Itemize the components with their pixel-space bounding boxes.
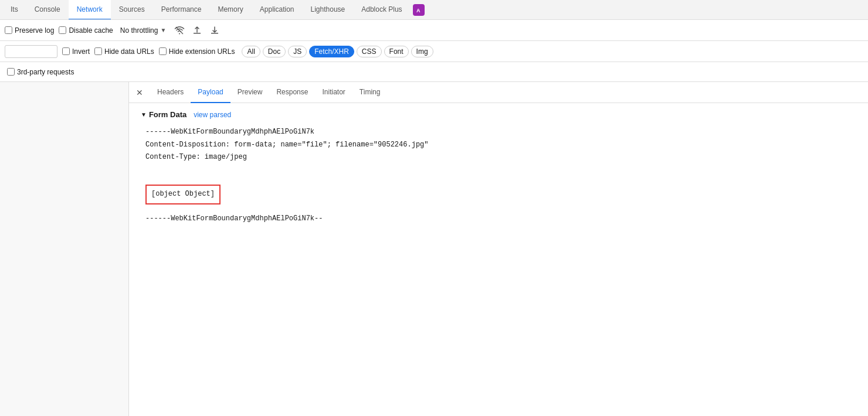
invert-checkbox[interactable]: Invert: [62, 47, 90, 56]
view-parsed-link[interactable]: view parsed: [194, 111, 231, 119]
tab-application[interactable]: Application: [252, 0, 303, 20]
requests-panel: [0, 82, 129, 416]
network-conditions-icon[interactable]: [173, 24, 186, 37]
svg-line-2: [176, 27, 183, 34]
filter-css[interactable]: CSS: [357, 46, 382, 57]
tab-payload[interactable]: Payload: [191, 82, 230, 103]
content-type-line: Content-Type: image/jpeg: [145, 151, 856, 164]
throttle-dropdown-arrow: ▼: [160, 27, 166, 33]
close-detail-button[interactable]: ✕: [131, 84, 148, 101]
tab-response[interactable]: Response: [269, 82, 315, 103]
tab-initiator[interactable]: Initiator: [315, 82, 352, 103]
export-har-icon[interactable]: [208, 24, 221, 37]
filter-js[interactable]: JS: [288, 46, 307, 57]
toolbar-row-2: Invert Hide data URLs Hide extension URL…: [0, 41, 868, 62]
object-object-value: [object Object]: [145, 185, 221, 204]
detail-tab-bar: ✕ Headers Payload Preview Response Initi…: [129, 82, 868, 103]
tab-lighthouse[interactable]: Lighthouse: [303, 0, 354, 20]
payload-content: ▼ Form Data view parsed ------WebKitForm…: [129, 103, 868, 416]
form-data-title: ▼ Form Data: [141, 110, 187, 119]
filter-doc[interactable]: Doc: [263, 46, 286, 57]
preserve-log-input[interactable]: [5, 26, 12, 34]
toolbar-row-3: 3rd-party requests: [0, 62, 868, 82]
tab-memory[interactable]: Memory: [209, 0, 251, 20]
hide-extension-urls-input[interactable]: [159, 47, 167, 55]
toolbar-row-1: Preserve log Disable cache No throttling…: [0, 20, 868, 41]
third-party-input[interactable]: [7, 68, 15, 76]
throttle-select[interactable]: No throttling ▼: [118, 25, 169, 36]
tab-preview[interactable]: Preview: [230, 82, 270, 103]
content-disposition-line: Content-Disposition: form-data; name="fi…: [145, 139, 856, 152]
disable-cache-checkbox[interactable]: Disable cache: [59, 26, 113, 35]
filter-fetch-xhr[interactable]: Fetch/XHR: [309, 46, 354, 57]
empty-line-1: [145, 164, 856, 177]
hide-data-urls-checkbox[interactable]: Hide data URLs: [94, 47, 154, 56]
adblock-icon: A: [413, 4, 425, 16]
tab-console[interactable]: Console: [26, 0, 69, 20]
hide-extension-urls-checkbox[interactable]: Hide extension URLs: [159, 47, 235, 56]
search-input[interactable]: [5, 45, 57, 58]
filter-font[interactable]: Font: [384, 46, 409, 57]
import-har-icon[interactable]: [191, 24, 204, 37]
tab-adblock[interactable]: Adblock Plus: [353, 0, 410, 20]
tab-headers[interactable]: Headers: [150, 82, 191, 103]
collapse-triangle-icon[interactable]: ▼: [141, 111, 147, 118]
filter-img[interactable]: Img: [411, 46, 433, 57]
form-data-body: ------WebKitFormBoundarygMdhphAElPoGiN7k…: [141, 126, 856, 226]
preserve-log-checkbox[interactable]: Preserve log: [5, 26, 54, 35]
tab-network[interactable]: Network: [69, 0, 111, 20]
filter-buttons: All Doc JS Fetch/XHR CSS Font Img: [242, 46, 433, 57]
disable-cache-input[interactable]: [59, 26, 66, 34]
invert-input[interactable]: [62, 47, 70, 55]
svg-text:A: A: [416, 8, 421, 13]
tab-bar: Its Console Network Sources Performance …: [0, 0, 868, 20]
hide-data-urls-input[interactable]: [94, 47, 102, 55]
tab-performance[interactable]: Performance: [153, 0, 210, 20]
filter-all[interactable]: All: [242, 46, 260, 57]
tab-elements[interactable]: Its: [2, 0, 26, 20]
tab-timing[interactable]: Timing: [352, 82, 388, 103]
third-party-checkbox[interactable]: 3rd-party requests: [7, 68, 74, 76]
detail-panel: ✕ Headers Payload Preview Response Initi…: [129, 82, 868, 416]
boundary-end-line: ------WebKitFormBoundarygMdhphAElPoGiN7k…: [145, 213, 856, 226]
tab-sources[interactable]: Sources: [111, 0, 153, 20]
form-data-header: ▼ Form Data view parsed: [141, 110, 856, 119]
object-object-container: [object Object]: [145, 180, 856, 209]
boundary-start-line: ------WebKitFormBoundarygMdhphAElPoGiN7k: [145, 126, 856, 139]
main-content: ✕ Headers Payload Preview Response Initi…: [0, 82, 868, 416]
